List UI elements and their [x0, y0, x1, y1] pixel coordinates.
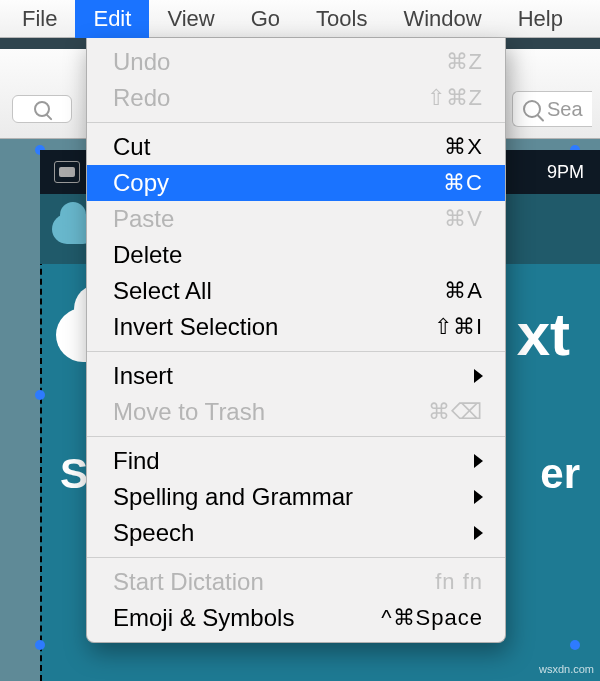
search-placeholder: Sea [547, 98, 583, 121]
sub-right: er [540, 450, 580, 498]
menu-item-label: Insert [113, 362, 173, 390]
menu-edit[interactable]: Edit [75, 0, 149, 38]
menu-item-shortcut: ⌘Z [446, 49, 483, 75]
menu-view[interactable]: View [149, 0, 232, 38]
toolbar-search-small[interactable] [12, 95, 72, 123]
menu-item-label: Copy [113, 169, 169, 197]
menu-item-undo[interactable]: Undo ⌘Z [87, 44, 505, 80]
sub-left: S [60, 450, 88, 498]
menu-go[interactable]: Go [233, 0, 298, 38]
menu-item-label: Invert Selection [113, 313, 278, 341]
menu-item-label: Cut [113, 133, 150, 161]
menu-item-find[interactable]: Find [87, 443, 505, 479]
menu-item-shortcut: ⇧⌘Z [427, 85, 483, 111]
menu-item-speech[interactable]: Speech [87, 515, 505, 551]
submenu-arrow-icon [474, 490, 483, 504]
menu-item-emoji-symbols[interactable]: Emoji & Symbols ^⌘Space [87, 600, 505, 636]
menu-separator [87, 122, 505, 123]
menu-item-delete[interactable]: Delete [87, 237, 505, 273]
menu-item-move-to-trash[interactable]: Move to Trash ⌘⌫ [87, 394, 505, 430]
search-icon [523, 100, 541, 118]
statusbar-time: 9PM [547, 162, 584, 183]
menu-item-shortcut: ⇧⌘I [434, 314, 483, 340]
menu-window[interactable]: Window [385, 0, 499, 38]
menu-item-label: Move to Trash [113, 398, 265, 426]
menu-item-paste[interactable]: Paste ⌘V [87, 201, 505, 237]
submenu-arrow-icon [474, 369, 483, 383]
big-text-right: xt [517, 300, 600, 369]
menu-item-redo[interactable]: Redo ⇧⌘Z [87, 80, 505, 116]
selection-handle[interactable] [35, 640, 45, 650]
menu-separator [87, 557, 505, 558]
menu-item-shortcut: ⌘⌫ [428, 399, 483, 425]
menu-item-invert-selection[interactable]: Invert Selection ⇧⌘I [87, 309, 505, 345]
menu-item-shortcut: ⌘C [443, 170, 483, 196]
menu-item-shortcut: ⌘V [444, 206, 483, 232]
edit-menu-panel: Undo ⌘Z Redo ⇧⌘Z Cut ⌘X Copy ⌘C Paste ⌘V… [86, 38, 506, 643]
image-icon [54, 161, 80, 183]
menu-item-label: Find [113, 447, 160, 475]
menu-item-label: Redo [113, 84, 170, 112]
menu-item-copy[interactable]: Copy ⌘C [87, 165, 505, 201]
menu-item-shortcut: ⌘A [444, 278, 483, 304]
menu-item-spelling-grammar[interactable]: Spelling and Grammar [87, 479, 505, 515]
menu-item-label: Spelling and Grammar [113, 483, 353, 511]
toolbar-search-field[interactable]: Sea [512, 91, 592, 127]
menu-item-shortcut: ^⌘Space [381, 605, 483, 631]
menu-help[interactable]: Help [500, 0, 581, 38]
menu-item-label: Delete [113, 241, 182, 269]
menu-separator [87, 351, 505, 352]
menu-item-insert[interactable]: Insert [87, 358, 505, 394]
menu-item-shortcut: fn fn [435, 569, 483, 595]
menu-file[interactable]: File [4, 0, 75, 38]
menu-item-select-all[interactable]: Select All ⌘A [87, 273, 505, 309]
menu-item-label: Start Dictation [113, 568, 264, 596]
submenu-arrow-icon [474, 454, 483, 468]
menu-item-cut[interactable]: Cut ⌘X [87, 129, 505, 165]
selection-handle[interactable] [570, 640, 580, 650]
submenu-arrow-icon [474, 526, 483, 540]
menu-tools[interactable]: Tools [298, 0, 385, 38]
menubar: File Edit View Go Tools Window Help [0, 0, 600, 38]
menu-item-label: Paste [113, 205, 174, 233]
menu-item-label: Select All [113, 277, 212, 305]
watermark: wsxdn.com [539, 663, 594, 675]
menu-item-label: Emoji & Symbols [113, 604, 294, 632]
menu-item-label: Speech [113, 519, 194, 547]
menu-separator [87, 436, 505, 437]
selection-handle[interactable] [35, 390, 45, 400]
search-icon [34, 101, 50, 117]
menu-item-label: Undo [113, 48, 170, 76]
menu-item-start-dictation[interactable]: Start Dictation fn fn [87, 564, 505, 600]
menu-item-shortcut: ⌘X [444, 134, 483, 160]
